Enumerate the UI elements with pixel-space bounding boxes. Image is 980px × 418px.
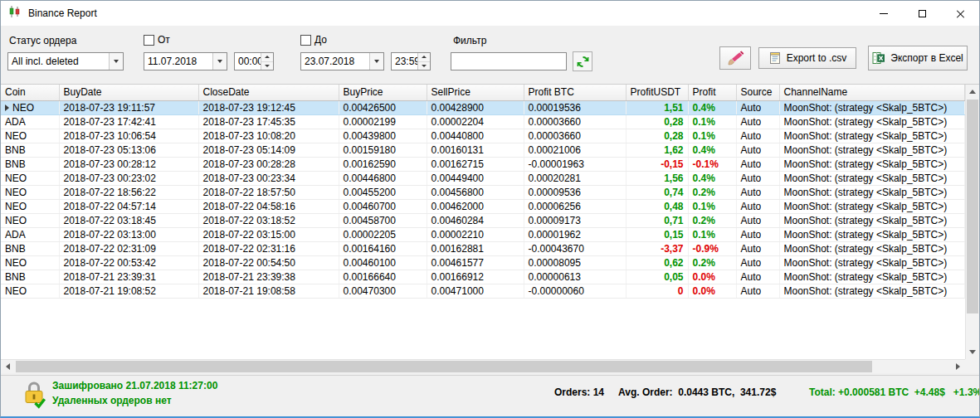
vertical-scrollbar[interactable] <box>965 85 979 359</box>
cell-buyDate: 2018-07-21 23:39:31 <box>59 270 198 284</box>
table-row[interactable]: ADA2018-07-22 03:13:002018-07-22 03:15:0… <box>1 227 965 241</box>
to-date-dropdown-icon[interactable] <box>369 53 383 70</box>
scroll-up-button[interactable] <box>966 85 979 99</box>
column-header-source[interactable]: Source <box>736 85 779 100</box>
from-time-down-icon[interactable] <box>261 62 273 70</box>
cell-channelName: MoonShot: (strategy <Skalp_5BTC>) <box>779 114 965 129</box>
cell-profitPct: 0.1% <box>688 114 736 129</box>
cell-channelName: MoonShot: (strategy <Skalp_5BTC>) <box>779 284 965 298</box>
to-time-down-icon[interactable] <box>418 62 430 70</box>
column-header-closeDate[interactable]: CloseDate <box>198 85 339 100</box>
table-row[interactable]: BNB2018-07-23 00:28:122018-07-23 00:28:2… <box>1 157 965 171</box>
order-status-value: All incl. deleted <box>8 53 109 70</box>
cell-source: Auto <box>736 255 779 270</box>
cell-profitBtc: 0.00019536 <box>524 100 626 114</box>
cell-profitBtc: 0.00003660 <box>524 129 626 143</box>
to-time-field[interactable] <box>391 52 431 70</box>
column-header-buyPrice[interactable]: BuyPrice <box>339 85 427 100</box>
cell-channelName: MoonShot: (strategy <Skalp_5BTC>) <box>779 213 965 227</box>
from-checkbox[interactable] <box>144 35 154 46</box>
column-header-profitPct[interactable]: Profit <box>688 85 736 100</box>
table-row[interactable]: BNB2018-07-22 02:31:092018-07-22 02:31:1… <box>1 241 965 255</box>
cell-coin: NEO <box>1 100 59 114</box>
table-row[interactable]: NEO2018-07-22 18:56:222018-07-22 18:57:5… <box>1 185 965 199</box>
cell-sellPrice: 0.00456800 <box>427 185 524 199</box>
cell-source: Auto <box>736 171 779 185</box>
filter-field[interactable] <box>451 52 567 70</box>
statusbar: Зашифровано 21.07.2018 11:27:00 Удаленны… <box>1 375 979 416</box>
from-time-spinner <box>261 53 273 70</box>
from-time-field[interactable] <box>234 52 274 70</box>
close-button[interactable] <box>941 1 979 26</box>
to-date-input[interactable] <box>301 56 369 67</box>
table-row[interactable]: NEO2018-07-21 19:08:522018-07-21 19:08:5… <box>1 284 965 298</box>
filter-input[interactable] <box>451 56 566 67</box>
cell-sellPrice: 0.00162715 <box>427 157 524 171</box>
titlebar[interactable]: Binance Report <box>1 1 979 26</box>
orders-count: Orders: 14 <box>554 386 604 398</box>
from-time-up-icon[interactable] <box>261 53 273 62</box>
from-date-input[interactable] <box>144 56 212 67</box>
order-status-select[interactable]: All incl. deleted <box>7 52 124 70</box>
refresh-icon <box>576 55 590 69</box>
column-header-profitBtc[interactable]: Profit BTC <box>524 85 626 100</box>
cell-buyPrice: 0.00455200 <box>339 185 427 199</box>
cell-profitUsdt: 1,51 <box>626 100 688 114</box>
export-csv-label: Export to .csv <box>787 52 847 64</box>
horizontal-scrollbar[interactable] <box>1 359 965 373</box>
cell-profitBtc: 0.00008095 <box>524 255 626 270</box>
cell-closeDate: 2018-07-23 17:45:35 <box>198 114 339 129</box>
horizontal-scroll-thumb[interactable] <box>16 361 872 372</box>
cell-channelName: MoonShot: (strategy <Skalp_5BTC>) <box>779 129 965 143</box>
cell-channelName: MoonShot: (strategy <Skalp_5BTC>) <box>779 241 965 255</box>
column-header-channelName[interactable]: ChannelName <box>779 85 965 100</box>
scroll-up-icon <box>969 90 976 94</box>
scroll-left-button[interactable] <box>1 360 15 373</box>
maximize-button[interactable] <box>903 1 941 26</box>
cell-buyDate: 2018-07-21 19:08:52 <box>59 284 198 298</box>
refresh-button[interactable] <box>573 51 592 71</box>
cell-source: Auto <box>736 270 779 284</box>
to-date-field[interactable] <box>300 52 384 70</box>
table-row[interactable]: BNB2018-07-21 23:39:312018-07-21 23:39:3… <box>1 270 965 284</box>
table-row[interactable]: BNB2018-07-23 05:13:062018-07-23 05:14:0… <box>1 143 965 157</box>
table-row[interactable]: NEO2018-07-23 00:23:022018-07-23 00:23:3… <box>1 171 965 185</box>
cell-profitPct: 0.0% <box>688 270 736 284</box>
from-date-dropdown-icon[interactable] <box>212 53 227 70</box>
to-time-input[interactable] <box>392 56 417 67</box>
vertical-scroll-thumb[interactable] <box>967 100 978 314</box>
cell-buyPrice: 0.00446800 <box>339 171 427 185</box>
brush-button[interactable] <box>719 46 751 70</box>
scroll-down-button[interactable] <box>966 345 979 359</box>
cell-closeDate: 2018-07-22 03:15:00 <box>198 227 339 241</box>
cell-closeDate: 2018-07-22 02:31:16 <box>198 241 339 255</box>
column-header-buyDate[interactable]: BuyDate <box>59 85 198 100</box>
to-checkbox[interactable] <box>300 35 311 46</box>
table-row[interactable]: ADA2018-07-23 17:42:412018-07-23 17:45:3… <box>1 114 965 129</box>
column-header-coin[interactable]: Coin <box>1 85 59 100</box>
table-row[interactable]: NEO2018-07-22 03:18:452018-07-22 03:18:5… <box>1 213 965 227</box>
column-header-sellPrice[interactable]: SellPrice <box>427 85 524 100</box>
cell-profitUsdt: 0,05 <box>626 270 688 284</box>
cell-buyPrice: 0.00426500 <box>339 100 427 114</box>
cell-buyPrice: 0.00470300 <box>339 284 427 298</box>
scroll-right-button[interactable] <box>951 360 965 373</box>
cell-profitPct: 0.1% <box>688 199 736 213</box>
table-row[interactable]: NEO2018-07-22 00:53:422018-07-22 00:54:5… <box>1 255 965 270</box>
window-title: Binance Report <box>28 7 97 19</box>
scroll-down-icon <box>969 350 976 354</box>
table-row[interactable]: NEO2018-07-23 19:11:572018-07-23 19:12:4… <box>1 100 965 114</box>
export-excel-button[interactable]: Экспорт в Excel <box>868 46 968 70</box>
order-status-dropdown-icon[interactable] <box>109 53 123 70</box>
table-row[interactable]: NEO2018-07-23 10:06:542018-07-23 10:08:2… <box>1 129 965 143</box>
minimize-button[interactable] <box>865 1 903 26</box>
cell-buyDate: 2018-07-22 03:13:00 <box>59 227 198 241</box>
table-row[interactable]: NEO2018-07-22 04:57:142018-07-22 04:58:1… <box>1 199 965 213</box>
from-date-field[interactable] <box>144 52 227 70</box>
from-time-input[interactable] <box>235 56 261 67</box>
to-time-up-icon[interactable] <box>418 53 430 62</box>
cell-closeDate: 2018-07-22 18:57:50 <box>198 185 339 199</box>
column-header-profitUsdt[interactable]: ProfitUSDT <box>626 85 688 100</box>
cell-sellPrice: 0.00471000 <box>427 284 524 298</box>
export-csv-button[interactable]: Export to .csv <box>758 47 856 69</box>
